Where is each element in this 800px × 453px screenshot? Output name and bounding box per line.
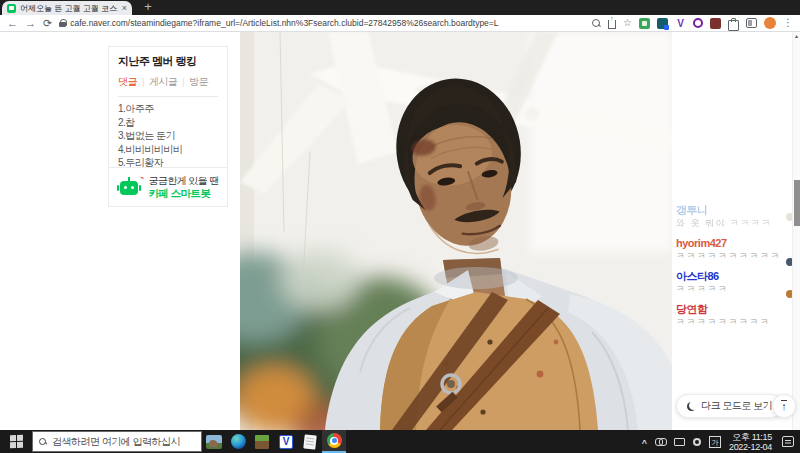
comment-row: 당연함 ㅋㅋㅋㅋㅋㅋㅋㅋㅋ bbox=[676, 303, 788, 328]
top-arrow-icon: ↑ bbox=[781, 400, 787, 412]
smartbot-robot-icon: ⌁ bbox=[117, 176, 141, 198]
bookmark-star-icon[interactable]: ☆ bbox=[623, 18, 632, 28]
share-icon[interactable] bbox=[608, 20, 616, 29]
chrome-app-icon[interactable] bbox=[322, 430, 346, 453]
tray-link-icon[interactable] bbox=[655, 438, 666, 445]
naver-cafe-favicon-icon bbox=[7, 4, 16, 13]
article-photo bbox=[240, 32, 672, 430]
browser-tab[interactable]: 어제오늘 뜬 고퀄 고퀄 코스프레 × bbox=[2, 1, 132, 15]
clock-time: 오후 11:15 bbox=[729, 432, 772, 442]
comment-text: 와 옷 뭐야 ㅋㅋㅋㅋ bbox=[676, 217, 788, 229]
toolbar-right: ☆ V ⋮ bbox=[592, 17, 793, 29]
new-tab-button[interactable]: + bbox=[140, 0, 156, 15]
page-scrollbar[interactable]: ▲ bbox=[792, 32, 800, 430]
tab-separator: | bbox=[182, 77, 184, 87]
comment-author[interactable]: 갱투니 bbox=[676, 204, 788, 217]
comment-text: ㅋㅋㅋㅋㅋ bbox=[676, 283, 788, 295]
dark-mode-button[interactable]: 다크 모드로 보기 bbox=[676, 394, 783, 418]
ranking-title: 지난주 멤버 랭킹 bbox=[118, 54, 218, 69]
ranking-item[interactable]: 1.아주주 bbox=[118, 104, 218, 115]
taskbar-clock[interactable]: 오후 11:15 2022-12-04 bbox=[729, 432, 772, 452]
tray-volume-icon[interactable] bbox=[693, 438, 701, 446]
extension-red-icon[interactable] bbox=[710, 18, 721, 29]
tab-visits[interactable]: 방문 bbox=[189, 75, 208, 89]
tab-close-icon[interactable]: × bbox=[122, 4, 127, 13]
extensions-puzzle-icon[interactable] bbox=[728, 18, 739, 29]
tray-display-icon[interactable] bbox=[674, 438, 685, 446]
tab-posts[interactable]: 게시글 bbox=[149, 75, 178, 89]
cafe-smartbot-banner[interactable]: ⌁ 궁금한게 있을 땐 카페 스마트봇 bbox=[108, 167, 228, 207]
forward-icon[interactable]: → bbox=[25, 18, 36, 29]
profile-avatar[interactable] bbox=[764, 17, 776, 29]
desktop-screen: 어제오늘 뜬 고퀄 고퀄 코스프레 × + ← → ⟳ cafe.naver.c… bbox=[0, 0, 800, 453]
comment-row: 갱투니 와 옷 뭐야 ㅋㅋㅋㅋ bbox=[676, 204, 788, 229]
scroll-to-top-button[interactable]: ↑ bbox=[772, 394, 796, 418]
zoom-icon[interactable] bbox=[592, 19, 601, 28]
scroll-up-icon[interactable]: ▲ bbox=[794, 33, 799, 39]
start-button[interactable] bbox=[0, 430, 32, 453]
url-text: cafe.naver.com/steamindiegame?iframe_url… bbox=[70, 18, 498, 28]
smartbot-line2: 카페 스마트봇 bbox=[148, 187, 218, 199]
minecraft-app-icon[interactable] bbox=[250, 430, 274, 453]
taskbar-apps: V bbox=[202, 430, 346, 453]
edge-app-icon[interactable] bbox=[226, 430, 250, 453]
ranking-item[interactable]: 3.법없는 둔기 bbox=[118, 131, 218, 142]
notification-center-icon[interactable] bbox=[782, 436, 794, 447]
tab-comments[interactable]: 댓글 bbox=[118, 75, 137, 89]
padlock-icon bbox=[59, 19, 66, 27]
comment-text: ㅋㅋㅋㅋㅋㅋㅋㅋㅋ bbox=[676, 316, 788, 328]
back-icon[interactable]: ← bbox=[7, 18, 18, 29]
comment-author[interactable]: 당연함 bbox=[676, 303, 788, 316]
windows-taskbar: 검색하려면 여기에 입력하십시 V ^ 가 오후 11:15 2022-12-0… bbox=[0, 430, 800, 453]
ranking-list: 1.아주주 2.찹 3.법없는 둔기 4.비비비비비비 5.두리황자 bbox=[118, 104, 218, 169]
extension-teal-icon[interactable] bbox=[657, 18, 668, 29]
ranking-item[interactable]: 4.비비비비비비 bbox=[118, 145, 218, 156]
comment-list: 갱투니 와 옷 뭐야 ㅋㅋㅋㅋ hyorim427 ㅋㅋㅋㅋㅋㅋㅋㅋㅋㅋ 아스타… bbox=[676, 204, 788, 336]
scrollbar-thumb[interactable] bbox=[794, 180, 800, 226]
smartbot-line1: 궁금한게 있을 땐 bbox=[148, 175, 218, 187]
menu-dots-icon[interactable]: ⋮ bbox=[783, 18, 793, 28]
extension-green-icon[interactable] bbox=[639, 18, 650, 29]
tray-chevron-icon[interactable]: ^ bbox=[642, 438, 647, 448]
comment-author[interactable]: 아스타86 bbox=[676, 270, 788, 283]
comment-row: hyorim427 ㅋㅋㅋㅋㅋㅋㅋㅋㅋㅋ bbox=[676, 237, 788, 262]
browser-toolbar: ← → ⟳ cafe.naver.com/steamindiegame?ifra… bbox=[0, 15, 800, 32]
page-content: 지난주 멤버 랭킹 댓글 | 게시글 | 방문 1.아주주 2.찹 3.법없는 … bbox=[0, 32, 800, 430]
notes-app-icon[interactable] bbox=[298, 430, 322, 453]
ranking-tabs: 댓글 | 게시글 | 방문 bbox=[118, 75, 218, 89]
ime-indicator[interactable]: 가 bbox=[709, 436, 721, 448]
side-panel-icon[interactable] bbox=[746, 18, 757, 28]
taskbar-search[interactable]: 검색하려면 여기에 입력하십시 bbox=[32, 431, 202, 452]
url-bar[interactable]: cafe.naver.com/steamindiegame?iframe_url… bbox=[59, 18, 585, 28]
tab-separator: | bbox=[142, 77, 144, 87]
clock-date: 2022-12-04 bbox=[729, 442, 772, 452]
browser-tab-strip: 어제오늘 뜬 고퀄 고퀄 코스프레 × + bbox=[0, 0, 800, 15]
extension-v-icon[interactable]: V bbox=[675, 18, 686, 29]
tab-title: 어제오늘 뜬 고퀄 고퀄 코스프레 bbox=[20, 3, 118, 14]
divider bbox=[118, 96, 218, 97]
comment-author[interactable]: hyorim427 bbox=[676, 237, 788, 250]
moon-icon bbox=[687, 402, 696, 411]
search-icon bbox=[39, 438, 47, 446]
system-tray: ^ 가 오후 11:15 2022-12-04 bbox=[642, 432, 800, 452]
extension-circle-icon[interactable] bbox=[693, 18, 703, 28]
search-placeholder: 검색하려면 여기에 입력하십시 bbox=[52, 435, 180, 449]
comment-row: 아스타86 ㅋㅋㅋㅋㅋ bbox=[676, 270, 788, 295]
photos-app-icon[interactable] bbox=[202, 430, 226, 453]
spark-icon: ⌁ bbox=[139, 174, 145, 183]
dark-mode-label: 다크 모드로 보기 bbox=[701, 399, 772, 413]
v-app-icon[interactable]: V bbox=[274, 430, 298, 453]
comment-text: ㅋㅋㅋㅋㅋㅋㅋㅋㅋㅋ bbox=[676, 250, 788, 262]
reload-icon[interactable]: ⟳ bbox=[43, 18, 52, 29]
ranking-item[interactable]: 2.찹 bbox=[118, 118, 218, 129]
windows-logo-icon bbox=[10, 435, 23, 449]
